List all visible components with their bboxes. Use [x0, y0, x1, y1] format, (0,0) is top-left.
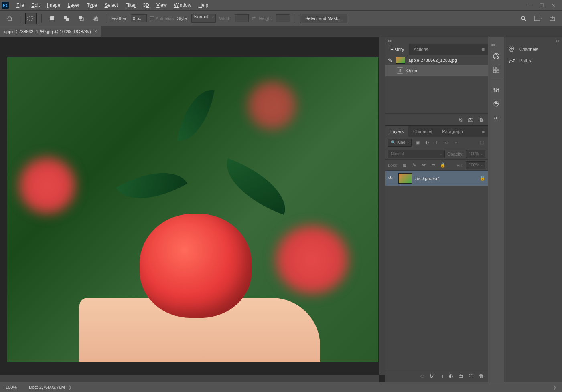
- app-logo: Ps: [2, 2, 9, 9]
- styles-panel-icon[interactable]: [490, 99, 502, 109]
- channels-panel-button[interactable]: Channels: [504, 44, 562, 55]
- minimize-button[interactable]: —: [527, 2, 532, 8]
- lock-transparency-icon[interactable]: ▩: [401, 162, 408, 169]
- filter-toggle-icon[interactable]: ⬚: [478, 139, 485, 146]
- collapse-right-icon[interactable]: ▸▸: [556, 38, 560, 43]
- maximize-button[interactable]: ☐: [539, 2, 544, 8]
- menu-type[interactable]: Type: [83, 1, 101, 9]
- selection-intersect-icon[interactable]: [90, 13, 101, 24]
- menu-layer[interactable]: Layer: [64, 1, 83, 9]
- tab-actions[interactable]: Actions: [409, 44, 433, 55]
- selection-add-icon[interactable]: [61, 13, 72, 24]
- document-info[interactable]: Doc: 2,76M/2,76M❯: [29, 385, 72, 390]
- options-bar: ▾ Feather: Anti-alias Style: Normal ⌵ Wi…: [0, 11, 562, 26]
- svg-rect-22: [497, 67, 499, 69]
- expand-panels-icon[interactable]: ◂◂: [491, 42, 495, 47]
- filter-smart-icon[interactable]: ▫: [452, 139, 460, 146]
- tab-layers[interactable]: Layers: [385, 126, 408, 137]
- width-input: [235, 14, 249, 22]
- zoom-level[interactable]: 100%: [6, 385, 17, 390]
- layer-thumbnail[interactable]: [398, 173, 412, 184]
- paths-label: Paths: [519, 58, 531, 63]
- tab-close-icon[interactable]: ×: [94, 28, 97, 34]
- menu-file[interactable]: File: [13, 1, 28, 9]
- history-panel-menu-icon[interactable]: ≡: [479, 47, 488, 52]
- menu-bar: Ps File Edit Image Layer Type Select Fil…: [0, 0, 562, 11]
- menu-help[interactable]: Help: [195, 1, 212, 9]
- filter-shape-icon[interactable]: ▱: [443, 139, 450, 146]
- new-document-from-state-icon[interactable]: ⎘: [459, 117, 462, 123]
- share-icon[interactable]: [547, 13, 558, 24]
- horizontal-scrollbar[interactable]: [0, 375, 379, 382]
- style-label: Style:: [177, 16, 188, 21]
- history-panel: History Actions ≡ ✎ apple-2788662_1280.j…: [385, 44, 488, 126]
- adjustment-layer-icon[interactable]: ◐: [449, 373, 453, 379]
- tab-paragraph[interactable]: Paragraph: [437, 126, 467, 137]
- tab-character[interactable]: Character: [408, 126, 437, 137]
- menu-3d[interactable]: 3D: [140, 1, 153, 9]
- libraries-panel-icon[interactable]: fx: [490, 112, 502, 123]
- collapse-panels-icon[interactable]: ▸▸: [388, 38, 392, 43]
- svg-rect-23: [493, 70, 496, 73]
- filter-adjustment-icon[interactable]: ◐: [424, 139, 431, 146]
- svg-rect-35: [509, 62, 510, 63]
- antialias-checkbox: [150, 16, 154, 20]
- layer-lock-icon[interactable]: 🔒: [480, 176, 485, 181]
- feather-input[interactable]: [131, 14, 147, 22]
- search-icon[interactable]: [518, 13, 529, 24]
- delete-layer-icon[interactable]: 🗑: [479, 373, 484, 379]
- history-step-label: Open: [406, 68, 417, 73]
- menu-image[interactable]: Image: [43, 1, 64, 9]
- svg-rect-3: [66, 18, 69, 21]
- svg-point-19: [497, 56, 498, 57]
- history-step-row[interactable]: ▯ Open: [385, 65, 488, 76]
- filter-pixel-icon[interactable]: ▣: [414, 139, 421, 146]
- style-select[interactable]: Normal ⌵: [191, 14, 216, 23]
- selection-subtract-icon[interactable]: [75, 13, 87, 24]
- svg-rect-24: [497, 70, 499, 73]
- layers-panel-menu-icon[interactable]: ≡: [479, 129, 488, 134]
- layer-name[interactable]: Background: [415, 176, 439, 181]
- tab-history[interactable]: History: [385, 44, 409, 55]
- select-and-mask-button[interactable]: Select and Mask...: [300, 14, 347, 23]
- group-icon[interactable]: 🗀: [459, 373, 463, 379]
- svg-line-10: [524, 19, 526, 21]
- canvas-viewport[interactable]: [0, 37, 385, 382]
- selection-new-icon[interactable]: [47, 13, 58, 24]
- close-button[interactable]: ✕: [551, 2, 556, 8]
- trash-icon[interactable]: 🗑: [479, 117, 484, 123]
- menu-view[interactable]: View: [153, 1, 170, 9]
- menu-filter[interactable]: Filter: [122, 1, 140, 9]
- lock-position-icon[interactable]: ✥: [420, 162, 427, 169]
- menu-select[interactable]: Select: [101, 1, 122, 9]
- color-panel-icon[interactable]: [490, 51, 502, 61]
- menu-edit[interactable]: Edit: [28, 1, 43, 9]
- layer-row-background[interactable]: 👁 Background 🔒: [385, 171, 488, 186]
- lock-pixels-icon[interactable]: ✎: [410, 162, 418, 169]
- home-button[interactable]: [4, 13, 15, 24]
- svg-point-28: [493, 88, 495, 90]
- scroll-right-icon[interactable]: ❯: [553, 385, 556, 390]
- paths-panel-button[interactable]: Paths: [504, 55, 562, 66]
- lock-artboard-icon[interactable]: ▭: [430, 162, 437, 169]
- document-tab-bar: apple-2788662_1280.jpg @ 100% (RGB/8#) ×: [0, 26, 562, 37]
- layer-style-icon[interactable]: fx: [430, 373, 434, 379]
- menu-window[interactable]: Window: [170, 1, 195, 9]
- collapsed-panel-strip: ◂◂ fx: [488, 37, 504, 382]
- document-tab[interactable]: apple-2788662_1280.jpg @ 100% (RGB/8#) ×: [0, 26, 101, 37]
- history-source-row[interactable]: ✎ apple-2788662_1280.jpg: [385, 55, 488, 65]
- snapshot-icon[interactable]: [468, 117, 473, 122]
- adjustments-panel-icon[interactable]: [490, 85, 502, 95]
- visibility-toggle-icon[interactable]: 👁: [388, 175, 395, 181]
- channels-label: Channels: [519, 47, 538, 52]
- layer-filter-select[interactable]: 🔍Kind⌵: [388, 139, 412, 147]
- svg-point-15: [470, 119, 471, 121]
- swatches-panel-icon[interactable]: [490, 65, 502, 75]
- new-layer-icon[interactable]: ⬚: [469, 373, 473, 379]
- vertical-scrollbar[interactable]: [379, 37, 385, 375]
- workspace-switcher-icon[interactable]: ▾: [532, 13, 544, 24]
- lock-all-icon[interactable]: 🔒: [439, 162, 446, 169]
- layer-mask-icon[interactable]: ◻: [439, 373, 443, 379]
- marquee-tool-preset[interactable]: ▾: [25, 13, 37, 24]
- filter-type-icon[interactable]: T: [433, 139, 440, 146]
